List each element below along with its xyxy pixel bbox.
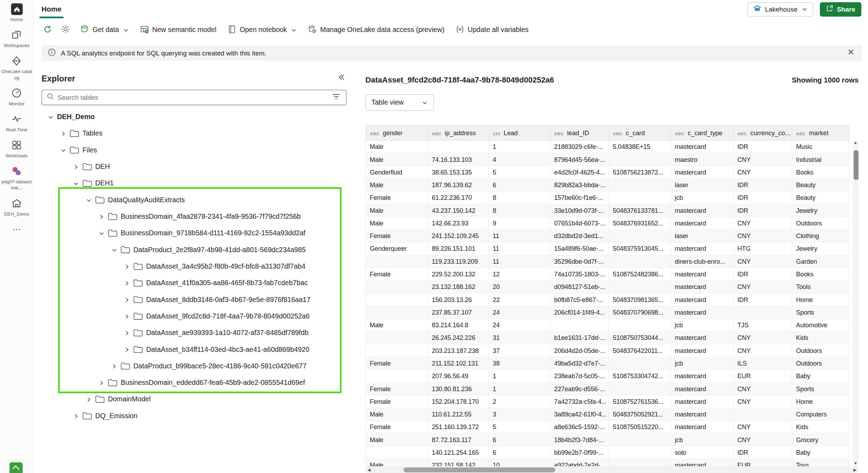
- chevron-right-icon[interactable]: [124, 263, 130, 269]
- table-row[interactable]: Male121883029-c6fe-...5.04838E+15masterc…: [366, 140, 849, 153]
- vertical-scrollbar[interactable]: ▲ ▼: [853, 140, 859, 466]
- tree-item[interactable]: DataAsset_b34ff114-03ed-4bc3-ae41-a60d86…: [41, 341, 346, 358]
- tree-item[interactable]: DataProduct_b99bace5-28ec-4186-9c40-591c…: [41, 358, 346, 374]
- scroll-down-icon[interactable]: ▼: [854, 461, 857, 465]
- refresh-button[interactable]: [39, 22, 56, 38]
- tree-item[interactable]: DEH_Demo: [41, 109, 346, 125]
- chevron-right-icon[interactable]: [73, 164, 79, 170]
- table-row[interactable]: Male43.237.150.142833e10d9d-073f-...5048…: [366, 204, 849, 217]
- column-header-lead_ID[interactable]: ABClead_ID: [550, 125, 609, 140]
- rail-item-workspaces[interactable]: Workspaces: [0, 29, 33, 48]
- rail-item-monitor[interactable]: Monitor: [0, 87, 33, 106]
- get-data-button[interactable]: Get data: [75, 21, 134, 39]
- table-row[interactable]: Male87.72.163.117618b4b2f3-7d84-...jcbCN…: [366, 433, 849, 446]
- table-row[interactable]: 140.121.254.1656bb99e2b7-0f99-...soloIDR…: [366, 446, 849, 459]
- table-row[interactable]: 26.245.242.22631b1ee1631-17dd-...5108750…: [366, 331, 849, 344]
- horizontal-scrollbar-track[interactable]: [373, 466, 851, 473]
- table-row[interactable]: Male110.61.212.5533a89ca42-61f0-4...5048…: [366, 408, 849, 421]
- table-row[interactable]: Male74.16.133.103487964d45-56ea-...maest…: [366, 153, 849, 166]
- chevron-down-icon[interactable]: [85, 197, 92, 203]
- tree-item[interactable]: DQ_Emission: [41, 408, 346, 424]
- tree-item[interactable]: DomainModel: [41, 391, 346, 408]
- table-row[interactable]: 203.213.187.23837206d4d2d-05de-...504837…: [366, 344, 849, 357]
- column-header-market[interactable]: ABCmarket: [792, 125, 849, 140]
- rail-item-real-time[interactable]: Real-Time: [0, 113, 33, 132]
- rail-item-onelake-catalog[interactable]: OneLake catalog: [0, 55, 33, 80]
- chevron-right-icon[interactable]: [73, 413, 79, 419]
- chevron-right-icon[interactable]: [124, 297, 130, 303]
- chevron-right-icon[interactable]: [124, 313, 130, 319]
- chevron-right-icon[interactable]: [124, 280, 130, 286]
- tab-home[interactable]: Home: [34, 0, 69, 18]
- table-row[interactable]: Male142.66.23.93907651b4d-6073-...504837…: [366, 217, 849, 229]
- new-semantic-model-button[interactable]: New semantic model: [135, 21, 221, 39]
- tree-item[interactable]: DataAsset_9fcd2c8d-718f-4aa7-9b78-8049d0…: [41, 308, 346, 324]
- tree-item[interactable]: DEH: [41, 158, 346, 175]
- tree-item[interactable]: BusinessDomain_9718b584-d111-4169-92c2-1…: [41, 225, 346, 241]
- view-selector[interactable]: Table view: [365, 94, 434, 111]
- collapse-panel-button[interactable]: [336, 72, 346, 84]
- tree-item[interactable]: BusinessDomain_eddedd67-fea6-45b9-ade2-0…: [41, 374, 346, 391]
- rail-item-pdg07-workspace[interactable]: pdg07-dataactivat...: [0, 165, 33, 190]
- settings-button[interactable]: [57, 22, 74, 38]
- table-row[interactable]: 156.203.13.2622b0fb87c5-e867-...50483709…: [366, 293, 849, 306]
- tree-item[interactable]: DataAsset_41f0a305-aa86-465f-8b73-fab7cd…: [41, 275, 346, 291]
- scroll-left-icon[interactable]: ◀: [367, 468, 371, 472]
- column-header-currency_co...[interactable]: ABCcurrency_co...: [733, 125, 792, 140]
- tree-item[interactable]: Files: [41, 142, 346, 158]
- chevron-down-icon[interactable]: [111, 247, 117, 253]
- scroll-up-icon[interactable]: ▲: [854, 141, 857, 145]
- table-row[interactable]: Female61.22.236.1708157be60c-f1e6-...jcb…: [366, 191, 849, 204]
- table-row[interactable]: Genderqueer89.226.151.1011115a489f6-50ae…: [366, 242, 849, 255]
- tree-item[interactable]: DataAsset_ae939393-1a10-4072-af37-8485df…: [41, 324, 346, 341]
- open-notebook-button[interactable]: Open notebook: [223, 21, 302, 39]
- rail-item-workloads[interactable]: Workloads: [0, 139, 33, 158]
- vertical-scrollbar-thumb[interactable]: [853, 150, 858, 180]
- table-row[interactable]: Female130.80.81.2361227eab9c-d556-...mas…: [366, 382, 849, 395]
- manage-onelake-access-button[interactable]: Manage OneLake data access (preview): [303, 21, 449, 39]
- tree-item[interactable]: DataAsset_3a4c95b2-f80b-49cf-bfc8-a31307…: [41, 258, 346, 275]
- lakehouse-selector-button[interactable]: Lakehouse: [747, 2, 813, 17]
- column-header-c_card_type[interactable]: ABCc_card_type: [671, 125, 733, 140]
- chevron-down-icon[interactable]: [73, 180, 79, 186]
- tree-item[interactable]: BusinessDomain_4faa2878-2341-4fa9-9536-7…: [41, 208, 346, 225]
- tree-item[interactable]: Tables: [41, 125, 346, 142]
- table-row[interactable]: 119.233.119.2091135296dbe-0d7f-...diners…: [366, 255, 849, 268]
- column-header-Lead[interactable]: 123Lead: [489, 125, 550, 140]
- search-input[interactable]: [58, 94, 328, 101]
- rail-item-deh-demo[interactable]: DEH_Demo: [0, 197, 33, 216]
- chevron-right-icon[interactable]: [98, 213, 105, 219]
- table-row[interactable]: Male187.96.139.626829b82a3-bbda-...laser…: [366, 179, 849, 191]
- table-row[interactable]: Female152.204.178.17027a42732a-c5fa-4...…: [366, 395, 849, 408]
- table-row[interactable]: Genderfluid38.65.153.1355e4d2fc0f-4625-4…: [366, 166, 849, 178]
- chevron-right-icon[interactable]: [111, 363, 117, 369]
- horizontal-scrollbar[interactable]: ◀ ▶: [365, 466, 859, 473]
- chevron-right-icon[interactable]: [98, 380, 105, 386]
- tree-item[interactable]: DataAsset_8ddb3146-0af3-4b67-9e5e-8976f8…: [41, 291, 346, 308]
- rail-item-more[interactable]: ⋯: [0, 223, 33, 235]
- tree-item[interactable]: DataQualityAuditExtracts: [41, 192, 346, 208]
- chevron-right-icon[interactable]: [60, 130, 66, 136]
- chevron-right-icon[interactable]: [85, 396, 92, 402]
- chevron-down-icon[interactable]: [60, 147, 66, 153]
- table-row[interactable]: 237.85.37.10724206cf014-1f49-4...5048370…: [366, 306, 849, 318]
- table-row[interactable]: Female229.52.200.1321274a10735-1803-...5…: [366, 268, 849, 281]
- column-header-c_card[interactable]: ABCc_card: [609, 125, 671, 140]
- column-header-gender[interactable]: ABCgender: [366, 125, 428, 140]
- scroll-right-icon[interactable]: ▶: [853, 468, 856, 472]
- chevron-down-icon[interactable]: [47, 114, 54, 120]
- column-header-ip_address[interactable]: ABCip_address: [428, 125, 488, 140]
- rail-item-home[interactable]: Home: [0, 3, 33, 22]
- update-variables-button[interactable]: Update all variables: [451, 21, 534, 39]
- chevron-down-icon[interactable]: [98, 230, 105, 236]
- table-row[interactable]: Male83.214.164.824jcbTJSAutomotive: [366, 319, 849, 331]
- tree-item[interactable]: DataProduct_2e2f8a97-4b98-41dd-a801-569d…: [41, 242, 346, 258]
- tree-item[interactable]: DEH1: [41, 175, 346, 191]
- share-button[interactable]: Share: [820, 2, 861, 17]
- table-row[interactable]: Female251.160.139.1725a8e636c5-1592-...5…: [366, 421, 849, 433]
- table-row[interactable]: Female241.152.109.24511d32dbd2d-3ed1...l…: [366, 230, 849, 242]
- filter-button[interactable]: [331, 91, 342, 104]
- table-row[interactable]: 23.132.188.16220d0948127-51eb-...masterc…: [366, 281, 849, 293]
- horizontal-scrollbar-thumb[interactable]: [404, 467, 555, 472]
- banner-close-button[interactable]: [846, 47, 856, 59]
